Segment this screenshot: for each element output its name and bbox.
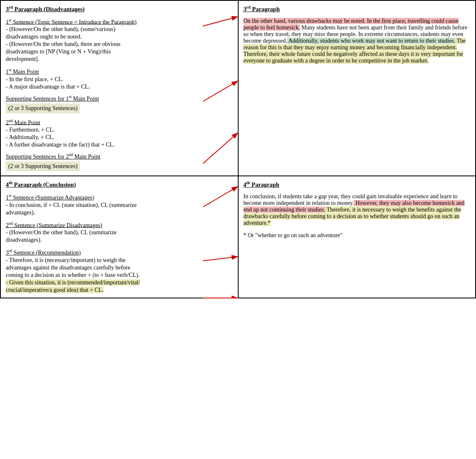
row-paragraph4: 4th Paragraph (Conclusion) 1st Sentence … [0, 176, 476, 298]
s3-highlight2: crucial/imperative/a good idea) that + C… [6, 287, 104, 293]
para4-right-title: 4th Paragraph [244, 180, 471, 188]
s1-label: 1st Sentence (Topic Sentence = Introduce… [6, 18, 233, 26]
s1-conclusion-line2: advantages). [6, 209, 233, 216]
s1-line1: - (However/On the other hand), (some/var… [6, 26, 233, 33]
main-content: 3rd Paragraph (Disadvantages) 1st Senten… [0, 0, 476, 298]
mp1-label: 1st Main Point [6, 67, 233, 75]
para4-footnote: * Or "whether to go on such an adventure… [244, 232, 471, 239]
s3-highlight: - Given this situation, it is (recommend… [6, 279, 140, 286]
s1-conclusion-label: 1st Sentence (Summarize Advantages) [6, 193, 233, 201]
s3-conclusion-label: 3rd Sentence (Recommendation) [6, 248, 233, 256]
s2-conclusion-label: 2nd Sentence (Summarize Disadvantages) [6, 221, 233, 229]
sup2-label: Supporting Sentences for 2nd Main Point [6, 152, 233, 160]
s2-conclusion-line1: - (However/On the other hand), CL (summa… [6, 229, 233, 236]
s1-conclusion-line1: - In conclusion, if + CL (state situatio… [6, 202, 233, 209]
mp1-line2: - A major disadvantage is that + CL. [6, 84, 233, 90]
sup1-label: Supporting Sentences for 1st Main Point [6, 94, 233, 102]
para4-left-title: 4th Paragraph (Conclusion) [6, 180, 233, 188]
s1-line5: development]. [6, 56, 233, 62]
para3-hl-green: Additionally, students who work may not … [287, 38, 455, 44]
para3-left-title: 3rd Paragraph (Disadvantages) [6, 5, 233, 13]
mp2-line2: - Additionally, + CL. [6, 134, 233, 141]
essay-structure-table: 3rd Paragraph (Disadvantages) 1st Senten… [0, 0, 476, 298]
right-cell-para3: 3rd Paragraph On the other hand, various… [238, 0, 476, 176]
s2-conclusion-line2: disadvantages). [6, 237, 233, 243]
s3-conclusion-line3: coming to a decision as to whether + (to… [6, 272, 233, 279]
s1-line3: - (However/On the other hand), there are… [6, 41, 233, 48]
s3-conclusion-line5: crucial/imperative/a good idea) that + C… [6, 287, 233, 293]
mp1-line1: - In the first place, + CL. [6, 76, 233, 83]
para4-right-text: In conclusion, if students take a gap ye… [244, 193, 471, 226]
s1-line4: disadvantages to [NP (Ving or N + Ving)/… [6, 48, 233, 55]
right-cell-para4: 4th Paragraph In conclusion, if students… [238, 176, 476, 298]
mp2-line3: - A further disadvantage is (the fact) t… [6, 142, 233, 148]
mp2-label: 2nd Main Point [6, 118, 233, 126]
para3-right-title: 3rd Paragraph [244, 5, 471, 13]
sup1-sub: (2 or 3 Supporting Sentences) [6, 103, 80, 113]
left-cell-para4: 4th Paragraph (Conclusion) 1st Sentence … [0, 176, 238, 298]
s3-conclusion-line1: - Therefore, it is (necessary/important)… [6, 257, 233, 264]
s3-conclusion-line2: advantages against the disadvantages car… [6, 264, 233, 271]
s1-line2: disadvantages ought to be noted. [6, 34, 233, 40]
row-paragraph3: 3rd Paragraph (Disadvantages) 1st Senten… [0, 0, 476, 176]
s3-conclusion-line4: - Given this situation, it is (recommend… [6, 279, 233, 286]
para3-right-text: On the other hand, various drawbacks may… [244, 18, 471, 64]
mp2-line1: - Furthermore, + CL. [6, 127, 233, 133]
para3-left-title-text: 3rd Paragraph (Disadvantages) [6, 6, 85, 12]
left-cell-para3: 3rd Paragraph (Disadvantages) 1st Senten… [0, 0, 238, 176]
sup2-sub: (2 or 3 Supporting Sentences) [6, 161, 80, 171]
